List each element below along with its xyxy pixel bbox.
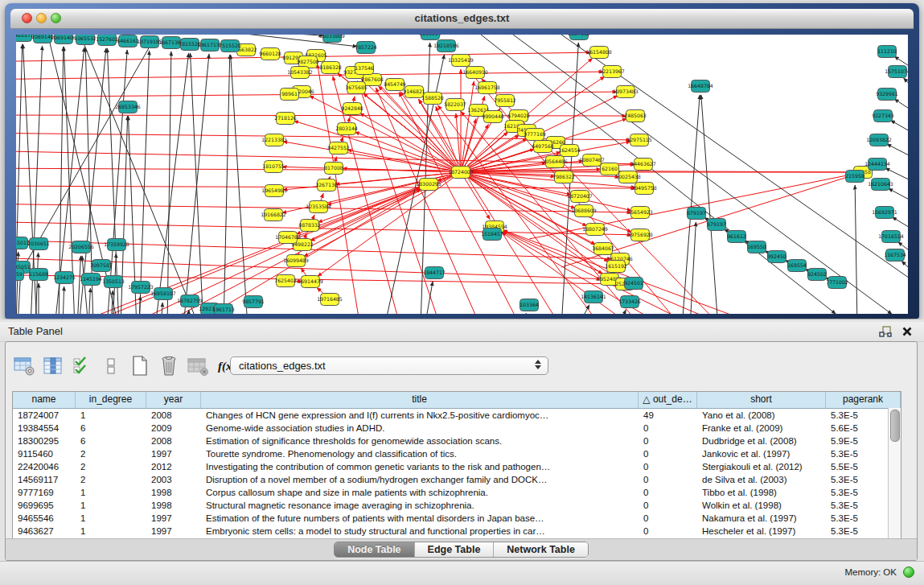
float-panel-icon[interactable] [879, 326, 892, 337]
show-column-icon[interactable] [41, 354, 65, 378]
graph-node[interactable]: 1350513 [102, 276, 125, 288]
table-settings-icon[interactable] [12, 354, 36, 378]
graph-node[interactable]: 1810755 [262, 161, 285, 173]
tab-node-table[interactable]: Node Table [335, 542, 414, 557]
graph-node[interactable]: 10973483 [613, 86, 639, 98]
select-all-icon[interactable] [70, 354, 94, 378]
graph-node[interactable]: 19716485 [317, 294, 343, 306]
graph-node[interactable]: 879197 [687, 208, 706, 220]
table-row[interactable]: 946554611997Estimation of the future num… [13, 512, 901, 525]
graph-node[interactable]: 992450 [767, 251, 786, 263]
table-row[interactable]: 2242004622012Investigating the contribut… [13, 460, 901, 473]
graph-node[interactable]: 679197 [707, 219, 726, 231]
graph-node[interactable]: 18300295 [416, 179, 441, 191]
graph-node[interactable]: 9329961 [876, 89, 898, 101]
graph-node[interactable]: 1065532 [74, 35, 97, 45]
graph-node[interactable]: 16961758 [474, 82, 500, 94]
delete-rows-icon[interactable] [157, 354, 181, 378]
graph-node[interactable]: 9660128 [259, 48, 281, 60]
graph-node[interactable]: 19166822 [261, 209, 286, 221]
graph-node[interactable]: 7857224 [355, 42, 377, 54]
graph-node[interactable]: 17957223 [128, 282, 154, 294]
graph-node[interactable]: 3684067 [592, 243, 614, 255]
scrollbar-thumb[interactable] [890, 410, 900, 442]
table-row[interactable]: 1872400712008Changes of HCN gene express… [13, 409, 901, 422]
graph-node[interactable]: 2687682 [568, 35, 590, 40]
graph-node[interactable]: 1961713 [212, 304, 235, 315]
graph-node[interactable]: 6466161 [117, 35, 139, 47]
graph-node[interactable]: 9777169 [524, 129, 546, 141]
graph-node[interactable]: 20564486 [542, 156, 568, 168]
graph-node[interactable]: 19495758 [631, 183, 657, 195]
table-row[interactable]: 1830029562008Estimation of significance … [13, 435, 901, 447]
delete-table-icon[interactable] [186, 354, 210, 378]
graph-node[interactable]: 8878332 [298, 220, 321, 232]
table-row[interactable]: 946362711997Embryonic stem cells: a mode… [13, 525, 901, 538]
graph-node[interactable]: 111210 [877, 46, 897, 58]
graph-node[interactable]: 12975115 [626, 134, 652, 146]
graph-node[interactable]: 8813054 [419, 35, 441, 40]
graph-node[interactable]: 9857791 [242, 296, 265, 308]
graph-node[interactable]: 26953346 [115, 101, 141, 113]
graph-node[interactable]: 18720407 [567, 191, 593, 203]
graph-node[interactable]: 5822037 [444, 99, 466, 111]
graph-node[interactable]: 924502 [807, 269, 827, 281]
graph-node[interactable]: 1167534 [884, 249, 906, 262]
graph-node[interactable]: 12444134 [864, 159, 890, 171]
table-row[interactable]: 969969511998Structural magnetic resonanc… [13, 499, 901, 512]
graph-node[interactable]: 7986322 [552, 171, 575, 183]
column-header-short[interactable]: short [697, 392, 826, 408]
column-header-year[interactable]: year [146, 392, 201, 408]
graph-node[interactable]: 137546 [355, 63, 374, 75]
graph-node[interactable]: 1733426 [618, 296, 641, 308]
table-selector-dropdown[interactable]: citations_edges.txt [230, 356, 548, 375]
graph-node[interactable]: 7485063 [624, 110, 647, 122]
graph-node[interactable]: 9242848 [341, 103, 363, 115]
graph-node[interactable]: 98961 [281, 89, 299, 101]
graph-node[interactable]: 20206556 [68, 241, 94, 253]
graph-node[interactable]: 12213383 [261, 134, 287, 146]
graph-node[interactable]: 7625402 [274, 275, 297, 287]
graph-node[interactable]: 1518457 [481, 229, 503, 241]
graph-node[interactable]: 15654923 [627, 207, 653, 219]
graph-node[interactable]: 9227343 [872, 110, 894, 122]
graph-node[interactable]: 14136141 [581, 291, 606, 303]
graph-node[interactable]: 1844717 [423, 267, 446, 279]
graph-node[interactable]: 169554 [787, 260, 807, 272]
table-row[interactable]: 1938455462009Genome-wide association stu… [13, 422, 901, 435]
graph-node[interactable]: 3267130 [315, 179, 338, 192]
graph-node[interactable]: 169550 [747, 241, 766, 253]
graph-node[interactable]: 15692971 [872, 207, 897, 219]
graph-node[interactable]: 8186328 [319, 62, 342, 74]
graph-node[interactable]: 13325419 [448, 55, 474, 67]
graph-node[interactable]: 15751074 [885, 66, 908, 78]
tab-network-table[interactable]: Network Table [494, 542, 588, 557]
graph-node[interactable]: 12353584 [306, 201, 331, 213]
column-header-in_degree[interactable]: in_degree [76, 392, 146, 408]
tab-edge-table[interactable]: Edge Table [415, 542, 495, 557]
table-row[interactable]: 1456911722003Disruption of a novel membe… [13, 473, 901, 486]
graph-node[interactable]: 14463627 [630, 159, 656, 171]
graph-node[interactable]: 16033809 [319, 35, 345, 43]
graph-node[interactable]: 16958107 [150, 288, 176, 300]
network-canvas[interactable]: 1872400718300295193845542242004613325419… [16, 35, 908, 314]
graph-node[interactable]: 17046788 [275, 232, 301, 244]
network-window-titlebar[interactable]: citations_edges.txt [10, 9, 914, 29]
graph-node[interactable]: 16648784 [688, 80, 713, 93]
table-row[interactable]: 911546021997Tourette syndrome. Phenomeno… [13, 447, 901, 460]
graph-node[interactable]: 215958 [845, 171, 864, 183]
graph-node[interactable]: 3675685 [345, 82, 368, 94]
graph-node[interactable]: 18807249 [582, 224, 608, 236]
graph-node[interactable]: 6497568 [532, 141, 554, 153]
graph-node[interactable]: 115689 [29, 269, 48, 281]
graph-node[interactable]: 3097587 [90, 260, 113, 272]
graph-node[interactable]: 16210643 [868, 179, 893, 191]
graph-node[interactable]: 7955812 [494, 95, 516, 107]
graph-node[interactable]: 16099489 [283, 255, 309, 267]
column-header-name[interactable]: name [13, 392, 76, 408]
column-header-pagerank[interactable]: pagerank [826, 392, 901, 408]
graph-node[interactable]: 1615192 [605, 261, 627, 273]
close-panel-icon[interactable] [901, 326, 913, 337]
graph-node[interactable]: 17016514 [878, 231, 904, 243]
rows-icon[interactable] [99, 354, 123, 378]
